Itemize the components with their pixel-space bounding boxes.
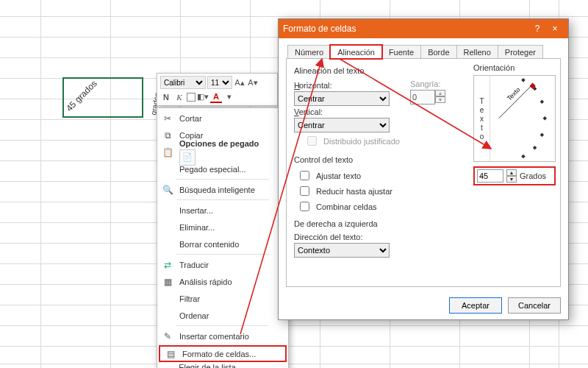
menu-insert-comment[interactable]: ✎ Insertar comentario bbox=[157, 328, 288, 344]
dialog-titlebar[interactable]: Formato de celdas ? × bbox=[279, 19, 568, 38]
orientation-vertical-button[interactable]: Texto bbox=[474, 76, 490, 161]
dialog-title: Formato de celdas bbox=[283, 24, 356, 34]
search-icon: 🔍 bbox=[160, 185, 175, 195]
menu-clear[interactable]: Borrar contenido bbox=[157, 236, 288, 252]
menu-filter[interactable]: Filtrar ▸ bbox=[157, 290, 288, 307]
degrees-highlight: ▲ ▼ Grados bbox=[473, 166, 556, 185]
label-text-direction: Dirección del texto: bbox=[294, 233, 363, 241]
label-indent: Sangría: bbox=[410, 79, 445, 88]
degrees-label: Grados bbox=[520, 171, 546, 180]
dialog-tabs: Número Alineación Fuente Borde Relleno P… bbox=[279, 38, 568, 58]
orientation-group: Orientación Texto bbox=[473, 63, 556, 185]
border-icon[interactable] bbox=[187, 93, 196, 102]
menu-translate[interactable]: ⇄ Traducir bbox=[157, 256, 288, 273]
menu-pick-from-list[interactable]: Elegir de la lista desplegable... bbox=[157, 363, 288, 368]
menu-smart-lookup[interactable]: 🔍 Búsqueda inteligente bbox=[157, 181, 288, 198]
font-family-select[interactable]: Calibri bbox=[160, 76, 206, 89]
mini-toolbar: Calibri 11 A▴ A▾ N K ◧▾ A ▾ bbox=[157, 73, 278, 106]
menu-quick-analysis[interactable]: ▦ Análisis rápido bbox=[157, 273, 288, 290]
context-menu: ✂ Cortar ⧉ Copiar 📋 Opciones de pegado 📄… bbox=[157, 107, 289, 368]
tab-number[interactable]: Número bbox=[287, 45, 331, 59]
wrap-text-check[interactable] bbox=[300, 171, 309, 180]
menu-delete[interactable]: Eliminar... bbox=[157, 219, 288, 236]
group-rtl: De derecha a izquierda bbox=[294, 219, 470, 228]
decrease-font-icon[interactable]: A▾ bbox=[247, 77, 259, 88]
svg-rect-1 bbox=[540, 99, 545, 104]
label-horizontal: Horizontal: bbox=[294, 81, 332, 90]
menu-sort[interactable]: Ordenar ▸ bbox=[157, 307, 288, 324]
svg-rect-6 bbox=[521, 155, 526, 159]
cancel-button[interactable]: Cancelar bbox=[508, 297, 561, 314]
indent-down: ▼ bbox=[435, 96, 445, 103]
indent-up: ▲ bbox=[435, 90, 445, 96]
quick-analysis-icon: ▦ bbox=[160, 277, 175, 287]
degrees-up[interactable]: ▲ bbox=[506, 169, 517, 176]
menu-paste-options: 📋 Opciones de pegado 📄 bbox=[157, 144, 288, 160]
cut-icon: ✂ bbox=[160, 113, 175, 124]
shrink-to-fit-check[interactable] bbox=[300, 186, 309, 196]
increase-font-icon[interactable]: A▴ bbox=[234, 77, 245, 88]
orientation-needle-text: Texto bbox=[506, 86, 522, 102]
svg-rect-4 bbox=[540, 132, 545, 137]
vertical-select[interactable]: Centrar bbox=[294, 118, 390, 132]
paste-icon: 📋 bbox=[160, 147, 175, 158]
tab-alignment[interactable]: Alineación bbox=[330, 45, 382, 59]
font-size-select[interactable]: 11 bbox=[207, 76, 232, 89]
format-cells-icon: ▤ bbox=[163, 349, 178, 359]
font-color-icon[interactable]: A bbox=[210, 91, 222, 103]
tab-protect[interactable]: Proteger bbox=[498, 45, 543, 59]
format-cells-dialog: Formato de celdas ? × Número Alineación … bbox=[278, 18, 569, 320]
orientation-label: Orientación bbox=[473, 63, 556, 72]
dialog-close-button[interactable]: × bbox=[546, 24, 564, 34]
group-text-control: Control del texto bbox=[294, 155, 470, 164]
menu-insert[interactable]: Insertar... bbox=[157, 202, 288, 219]
svg-rect-5 bbox=[533, 146, 537, 150]
cell-text: 45 grados bbox=[64, 78, 99, 113]
bold-icon[interactable]: N bbox=[160, 91, 172, 103]
indent-input bbox=[410, 90, 435, 105]
menu-format-cells[interactable]: ▤ Formato de celdas... bbox=[159, 345, 287, 362]
selected-cell[interactable]: 45 grados bbox=[62, 77, 143, 118]
menu-cut[interactable]: ✂ Cortar bbox=[157, 110, 288, 127]
merge-cells-check[interactable] bbox=[300, 202, 309, 211]
menu-paste-special[interactable]: Pegado especial... ▸ bbox=[157, 160, 288, 177]
dialog-help-button[interactable]: ? bbox=[528, 24, 546, 34]
font-color-dropdown-icon[interactable]: ▾ bbox=[223, 91, 235, 103]
label-vertical: Vertical: bbox=[294, 107, 323, 116]
fill-color-icon[interactable]: ◧▾ bbox=[197, 91, 209, 103]
tab-fill[interactable]: Relleno bbox=[456, 45, 498, 59]
copy-icon: ⧉ bbox=[160, 130, 175, 141]
ok-button[interactable]: Aceptar bbox=[449, 297, 502, 314]
svg-rect-3 bbox=[521, 78, 526, 82]
text-direction-select[interactable]: Contexto bbox=[294, 243, 390, 258]
tab-border[interactable]: Borde bbox=[420, 45, 456, 59]
translate-icon: ⇄ bbox=[160, 260, 175, 270]
svg-rect-0 bbox=[543, 116, 548, 121]
degrees-down[interactable]: ▼ bbox=[506, 176, 517, 183]
distributed-justified-check bbox=[307, 136, 317, 146]
comment-icon: ✎ bbox=[160, 331, 175, 342]
italic-icon[interactable]: K bbox=[173, 91, 185, 103]
degrees-input[interactable] bbox=[477, 169, 503, 183]
tab-font[interactable]: Fuente bbox=[381, 45, 421, 59]
group-text-alignment: Alineación del texto bbox=[294, 66, 470, 75]
orientation-dial[interactable]: Texto bbox=[490, 76, 555, 161]
horizontal-select[interactable]: Centrar bbox=[294, 91, 390, 106]
